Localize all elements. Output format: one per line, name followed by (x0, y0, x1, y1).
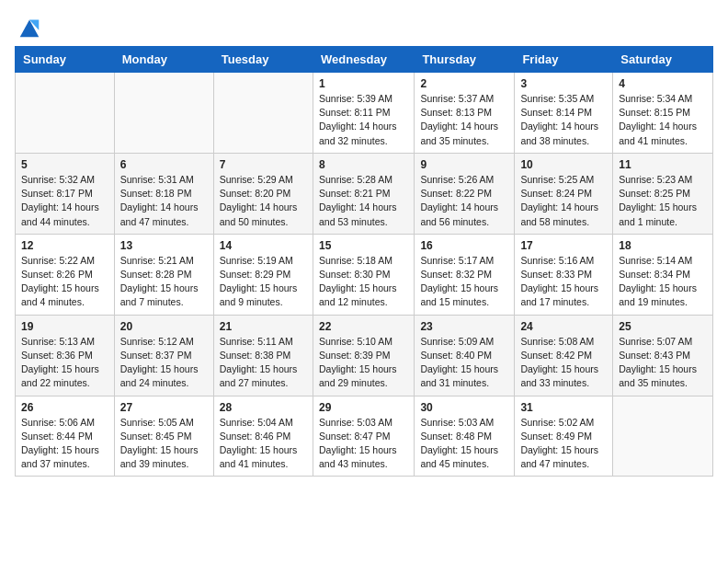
calendar-cell: 17Sunrise: 5:16 AM Sunset: 8:33 PM Dayli… (515, 234, 613, 315)
calendar-cell: 28Sunrise: 5:04 AM Sunset: 8:46 PM Dayli… (213, 396, 313, 477)
day-number: 1 (319, 77, 408, 90)
day-number: 5 (21, 158, 108, 171)
day-info: Sunrise: 5:34 AM Sunset: 8:15 PM Dayligh… (619, 92, 707, 148)
calendar-cell: 8Sunrise: 5:28 AM Sunset: 8:21 PM Daylig… (313, 153, 414, 234)
day-info: Sunrise: 5:23 AM Sunset: 8:25 PM Dayligh… (619, 173, 707, 229)
day-info: Sunrise: 5:09 AM Sunset: 8:40 PM Dayligh… (420, 335, 508, 391)
calendar-cell: 22Sunrise: 5:10 AM Sunset: 8:39 PM Dayli… (313, 315, 414, 396)
day-info: Sunrise: 5:10 AM Sunset: 8:39 PM Dayligh… (319, 335, 408, 391)
calendar-cell: 4Sunrise: 5:34 AM Sunset: 8:15 PM Daylig… (613, 73, 713, 154)
day-number: 27 (120, 401, 208, 414)
day-number: 7 (220, 158, 307, 171)
calendar-cell: 18Sunrise: 5:14 AM Sunset: 8:34 PM Dayli… (613, 234, 713, 315)
day-info: Sunrise: 5:25 AM Sunset: 8:24 PM Dayligh… (520, 173, 607, 229)
day-number: 8 (319, 158, 408, 171)
calendar-cell: 25Sunrise: 5:07 AM Sunset: 8:43 PM Dayli… (613, 315, 713, 396)
calendar-week-row: 12Sunrise: 5:22 AM Sunset: 8:26 PM Dayli… (16, 234, 713, 315)
calendar-cell: 2Sunrise: 5:37 AM Sunset: 8:13 PM Daylig… (415, 73, 515, 154)
calendar-table: SundayMondayTuesdayWednesdayThursdayFrid… (15, 46, 713, 477)
day-number: 31 (520, 401, 607, 414)
calendar-cell: 15Sunrise: 5:18 AM Sunset: 8:30 PM Dayli… (313, 234, 414, 315)
day-info: Sunrise: 5:07 AM Sunset: 8:43 PM Dayligh… (619, 335, 707, 391)
day-number: 18 (619, 239, 707, 252)
calendar-cell: 11Sunrise: 5:23 AM Sunset: 8:25 PM Dayli… (613, 153, 713, 234)
day-info: Sunrise: 5:06 AM Sunset: 8:44 PM Dayligh… (21, 416, 108, 472)
day-number: 20 (120, 320, 208, 333)
day-info: Sunrise: 5:12 AM Sunset: 8:37 PM Dayligh… (120, 335, 208, 391)
day-info: Sunrise: 5:14 AM Sunset: 8:34 PM Dayligh… (619, 254, 707, 310)
calendar-cell: 23Sunrise: 5:09 AM Sunset: 8:40 PM Dayli… (415, 315, 515, 396)
day-info: Sunrise: 5:03 AM Sunset: 8:47 PM Dayligh… (319, 416, 408, 472)
day-number: 9 (420, 158, 508, 171)
calendar-week-row: 19Sunrise: 5:13 AM Sunset: 8:36 PM Dayli… (16, 315, 713, 396)
day-info: Sunrise: 5:32 AM Sunset: 8:17 PM Dayligh… (21, 173, 108, 229)
calendar-cell: 9Sunrise: 5:26 AM Sunset: 8:22 PM Daylig… (415, 153, 515, 234)
day-info: Sunrise: 5:02 AM Sunset: 8:49 PM Dayligh… (520, 416, 607, 472)
day-number: 23 (420, 320, 508, 333)
calendar-cell: 27Sunrise: 5:05 AM Sunset: 8:45 PM Dayli… (114, 396, 213, 477)
day-info: Sunrise: 5:22 AM Sunset: 8:26 PM Dayligh… (21, 254, 108, 310)
logo (15, 15, 42, 37)
calendar-cell: 19Sunrise: 5:13 AM Sunset: 8:36 PM Dayli… (16, 315, 115, 396)
day-number: 22 (319, 320, 408, 333)
calendar-week-row: 5Sunrise: 5:32 AM Sunset: 8:17 PM Daylig… (16, 153, 713, 234)
calendar-cell: 7Sunrise: 5:29 AM Sunset: 8:20 PM Daylig… (213, 153, 313, 234)
day-info: Sunrise: 5:29 AM Sunset: 8:20 PM Dayligh… (220, 173, 307, 229)
page-header (15, 15, 713, 37)
day-number: 11 (619, 158, 707, 171)
day-info: Sunrise: 5:26 AM Sunset: 8:22 PM Dayligh… (420, 173, 508, 229)
day-info: Sunrise: 5:05 AM Sunset: 8:45 PM Dayligh… (120, 416, 208, 472)
day-info: Sunrise: 5:21 AM Sunset: 8:28 PM Dayligh… (120, 254, 208, 310)
day-info: Sunrise: 5:39 AM Sunset: 8:11 PM Dayligh… (319, 92, 408, 148)
calendar-cell: 14Sunrise: 5:19 AM Sunset: 8:29 PM Dayli… (213, 234, 313, 315)
calendar-cell: 20Sunrise: 5:12 AM Sunset: 8:37 PM Dayli… (114, 315, 213, 396)
day-number: 19 (21, 320, 108, 333)
calendar-day-header: Thursday (415, 47, 515, 73)
calendar-cell (114, 73, 213, 154)
calendar-cell (213, 73, 313, 154)
calendar-week-row: 1Sunrise: 5:39 AM Sunset: 8:11 PM Daylig… (16, 73, 713, 154)
calendar-cell: 13Sunrise: 5:21 AM Sunset: 8:28 PM Dayli… (114, 234, 213, 315)
calendar-cell (613, 396, 713, 477)
day-number: 3 (520, 77, 607, 90)
day-info: Sunrise: 5:19 AM Sunset: 8:29 PM Dayligh… (220, 254, 307, 310)
calendar-day-header: Sunday (16, 47, 115, 73)
calendar-day-header: Saturday (613, 47, 713, 73)
calendar-cell: 16Sunrise: 5:17 AM Sunset: 8:32 PM Dayli… (415, 234, 515, 315)
calendar-day-header: Wednesday (313, 47, 414, 73)
calendar-day-header: Tuesday (213, 47, 313, 73)
day-number: 29 (319, 401, 408, 414)
day-info: Sunrise: 5:11 AM Sunset: 8:38 PM Dayligh… (220, 335, 307, 391)
day-info: Sunrise: 5:08 AM Sunset: 8:42 PM Dayligh… (520, 335, 607, 391)
calendar-cell: 5Sunrise: 5:32 AM Sunset: 8:17 PM Daylig… (16, 153, 115, 234)
day-number: 2 (420, 77, 508, 90)
calendar-cell: 24Sunrise: 5:08 AM Sunset: 8:42 PM Dayli… (515, 315, 613, 396)
calendar-cell: 12Sunrise: 5:22 AM Sunset: 8:26 PM Dayli… (16, 234, 115, 315)
day-number: 24 (520, 320, 607, 333)
day-number: 15 (319, 239, 408, 252)
calendar-cell: 6Sunrise: 5:31 AM Sunset: 8:18 PM Daylig… (114, 153, 213, 234)
day-number: 6 (120, 158, 208, 171)
calendar-cell: 31Sunrise: 5:02 AM Sunset: 8:49 PM Dayli… (515, 396, 613, 477)
day-number: 30 (420, 401, 508, 414)
logo-icon (17, 15, 42, 40)
calendar-cell: 26Sunrise: 5:06 AM Sunset: 8:44 PM Dayli… (16, 396, 115, 477)
calendar-day-header: Friday (515, 47, 613, 73)
day-info: Sunrise: 5:16 AM Sunset: 8:33 PM Dayligh… (520, 254, 607, 310)
day-number: 26 (21, 401, 108, 414)
calendar-header-row: SundayMondayTuesdayWednesdayThursdayFrid… (16, 47, 713, 73)
day-info: Sunrise: 5:04 AM Sunset: 8:46 PM Dayligh… (220, 416, 307, 472)
calendar-day-header: Monday (114, 47, 213, 73)
day-number: 12 (21, 239, 108, 252)
day-number: 10 (520, 158, 607, 171)
calendar-cell: 21Sunrise: 5:11 AM Sunset: 8:38 PM Dayli… (213, 315, 313, 396)
day-info: Sunrise: 5:18 AM Sunset: 8:30 PM Dayligh… (319, 254, 408, 310)
day-number: 16 (420, 239, 508, 252)
day-info: Sunrise: 5:17 AM Sunset: 8:32 PM Dayligh… (420, 254, 508, 310)
calendar-cell: 1Sunrise: 5:39 AM Sunset: 8:11 PM Daylig… (313, 73, 414, 154)
day-info: Sunrise: 5:35 AM Sunset: 8:14 PM Dayligh… (520, 92, 607, 148)
day-info: Sunrise: 5:13 AM Sunset: 8:36 PM Dayligh… (21, 335, 108, 391)
calendar-cell: 30Sunrise: 5:03 AM Sunset: 8:48 PM Dayli… (415, 396, 515, 477)
calendar-cell: 10Sunrise: 5:25 AM Sunset: 8:24 PM Dayli… (515, 153, 613, 234)
calendar-cell: 29Sunrise: 5:03 AM Sunset: 8:47 PM Dayli… (313, 396, 414, 477)
